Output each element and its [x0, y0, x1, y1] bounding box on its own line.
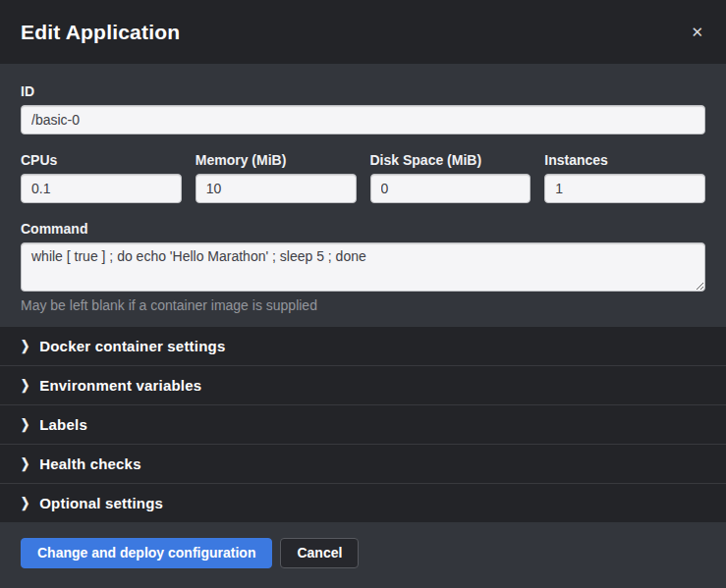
cpus-label: CPUs — [21, 152, 182, 168]
application-form: ID CPUs Memory (MiB) Disk Space (MiB) In… — [0, 64, 726, 327]
resources-row: CPUs Memory (MiB) Disk Space (MiB) Insta… — [21, 152, 705, 203]
memory-label: Memory (MiB) — [195, 152, 357, 168]
disk-field-group: Disk Space (MiB) — [370, 152, 531, 203]
id-input[interactable] — [21, 105, 705, 134]
edit-application-modal: Edit Application ✕ ID CPUs Memory (MiB) … — [0, 0, 726, 588]
instances-field-group: Instances — [544, 152, 705, 203]
section-optional-settings[interactable]: ❯ Optional settings — [0, 484, 726, 522]
cpus-input[interactable] — [21, 174, 182, 203]
section-title: Environment variables — [39, 377, 201, 394]
section-title: Docker container settings — [39, 338, 225, 354]
chevron-right-icon: ❯ — [21, 377, 29, 393]
command-textarea[interactable]: while [ true ] ; do echo 'Hello Marathon… — [21, 242, 705, 292]
section-environment-variables[interactable]: ❯ Environment variables — [0, 366, 726, 405]
collapsible-sections: ❯ Docker container settings ❯ Environmen… — [0, 327, 726, 522]
command-help-text: May be left blank if a container image i… — [21, 297, 705, 313]
cancel-button[interactable]: Cancel — [280, 538, 359, 568]
cpus-field-group: CPUs — [21, 152, 182, 203]
section-title: Health checks — [39, 455, 140, 472]
disk-input[interactable] — [370, 174, 531, 203]
instances-label: Instances — [544, 152, 705, 168]
section-title: Labels — [39, 416, 87, 433]
section-health-checks[interactable]: ❯ Health checks — [0, 445, 726, 484]
chevron-right-icon: ❯ — [21, 455, 29, 471]
memory-input[interactable] — [195, 174, 357, 203]
chevron-right-icon: ❯ — [21, 416, 29, 432]
disk-label: Disk Space (MiB) — [370, 152, 531, 168]
chevron-right-icon: ❯ — [21, 495, 29, 510]
chevron-right-icon: ❯ — [21, 338, 29, 353]
instances-input[interactable] — [544, 174, 705, 203]
section-docker-container-settings[interactable]: ❯ Docker container settings — [0, 327, 726, 366]
close-icon[interactable]: ✕ — [689, 21, 705, 43]
section-title: Optional settings — [39, 495, 163, 511]
change-and-deploy-button[interactable]: Change and deploy configuration — [21, 538, 272, 568]
id-label: ID — [21, 83, 705, 99]
memory-field-group: Memory (MiB) — [195, 152, 357, 203]
command-label: Command — [21, 221, 705, 237]
modal-title: Edit Application — [21, 21, 180, 44]
modal-header: Edit Application ✕ — [0, 0, 726, 64]
id-field-group: ID — [21, 83, 705, 134]
modal-footer: Change and deploy configuration Cancel — [0, 522, 726, 588]
command-field-group: Command while [ true ] ; do echo 'Hello … — [21, 221, 705, 313]
section-labels[interactable]: ❯ Labels — [0, 405, 726, 445]
